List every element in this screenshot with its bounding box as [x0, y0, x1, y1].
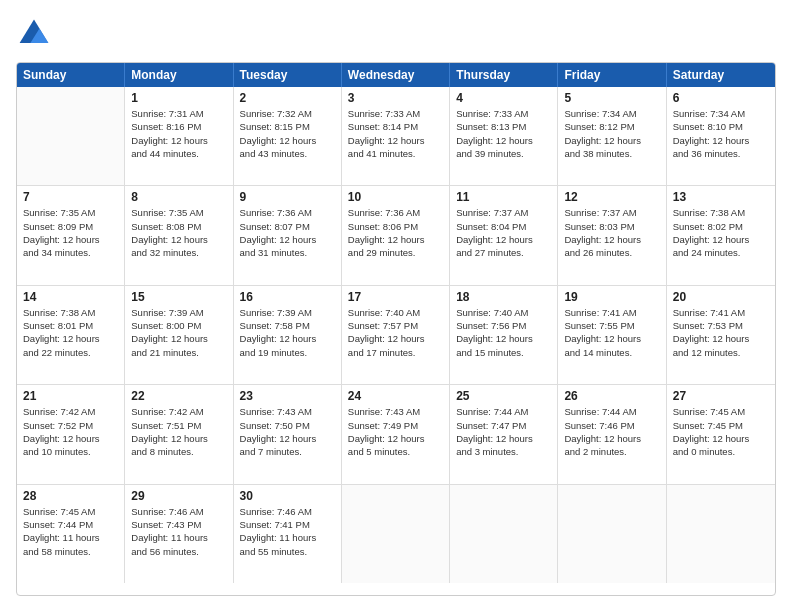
- day-info: Sunrise: 7:46 AM Sunset: 7:41 PM Dayligh…: [240, 505, 335, 558]
- day-info: Sunrise: 7:43 AM Sunset: 7:50 PM Dayligh…: [240, 405, 335, 458]
- day-info: Sunrise: 7:35 AM Sunset: 8:08 PM Dayligh…: [131, 206, 226, 259]
- day-info: Sunrise: 7:45 AM Sunset: 7:45 PM Dayligh…: [673, 405, 769, 458]
- day-info: Sunrise: 7:46 AM Sunset: 7:43 PM Dayligh…: [131, 505, 226, 558]
- calendar-row: 21Sunrise: 7:42 AM Sunset: 7:52 PM Dayli…: [17, 385, 775, 484]
- day-number: 6: [673, 91, 769, 105]
- day-number: 17: [348, 290, 443, 304]
- day-number: 4: [456, 91, 551, 105]
- day-info: Sunrise: 7:33 AM Sunset: 8:13 PM Dayligh…: [456, 107, 551, 160]
- calendar-cell: 23Sunrise: 7:43 AM Sunset: 7:50 PM Dayli…: [234, 385, 342, 483]
- calendar-cell: 19Sunrise: 7:41 AM Sunset: 7:55 PM Dayli…: [558, 286, 666, 384]
- day-info: Sunrise: 7:42 AM Sunset: 7:51 PM Dayligh…: [131, 405, 226, 458]
- day-number: 28: [23, 489, 118, 503]
- calendar-cell: 28Sunrise: 7:45 AM Sunset: 7:44 PM Dayli…: [17, 485, 125, 583]
- calendar: SundayMondayTuesdayWednesdayThursdayFrid…: [16, 62, 776, 596]
- calendar-cell: 17Sunrise: 7:40 AM Sunset: 7:57 PM Dayli…: [342, 286, 450, 384]
- day-number: 23: [240, 389, 335, 403]
- calendar-cell: 3Sunrise: 7:33 AM Sunset: 8:14 PM Daylig…: [342, 87, 450, 185]
- header: [16, 16, 776, 52]
- calendar-cell: 21Sunrise: 7:42 AM Sunset: 7:52 PM Dayli…: [17, 385, 125, 483]
- calendar-cell: [558, 485, 666, 583]
- calendar-cell: 8Sunrise: 7:35 AM Sunset: 8:08 PM Daylig…: [125, 186, 233, 284]
- day-number: 11: [456, 190, 551, 204]
- day-info: Sunrise: 7:38 AM Sunset: 8:02 PM Dayligh…: [673, 206, 769, 259]
- day-number: 24: [348, 389, 443, 403]
- day-of-week-header: Friday: [558, 63, 666, 87]
- day-number: 21: [23, 389, 118, 403]
- day-info: Sunrise: 7:38 AM Sunset: 8:01 PM Dayligh…: [23, 306, 118, 359]
- day-number: 13: [673, 190, 769, 204]
- calendar-cell: [667, 485, 775, 583]
- calendar-cell: 7Sunrise: 7:35 AM Sunset: 8:09 PM Daylig…: [17, 186, 125, 284]
- day-info: Sunrise: 7:39 AM Sunset: 7:58 PM Dayligh…: [240, 306, 335, 359]
- day-info: Sunrise: 7:35 AM Sunset: 8:09 PM Dayligh…: [23, 206, 118, 259]
- calendar-header: SundayMondayTuesdayWednesdayThursdayFrid…: [17, 63, 775, 87]
- calendar-cell: 2Sunrise: 7:32 AM Sunset: 8:15 PM Daylig…: [234, 87, 342, 185]
- day-number: 1: [131, 91, 226, 105]
- calendar-cell: 29Sunrise: 7:46 AM Sunset: 7:43 PM Dayli…: [125, 485, 233, 583]
- calendar-row: 1Sunrise: 7:31 AM Sunset: 8:16 PM Daylig…: [17, 87, 775, 186]
- calendar-cell: 11Sunrise: 7:37 AM Sunset: 8:04 PM Dayli…: [450, 186, 558, 284]
- calendar-cell: [450, 485, 558, 583]
- day-info: Sunrise: 7:43 AM Sunset: 7:49 PM Dayligh…: [348, 405, 443, 458]
- day-number: 16: [240, 290, 335, 304]
- calendar-cell: 26Sunrise: 7:44 AM Sunset: 7:46 PM Dayli…: [558, 385, 666, 483]
- calendar-cell: 22Sunrise: 7:42 AM Sunset: 7:51 PM Dayli…: [125, 385, 233, 483]
- day-of-week-header: Tuesday: [234, 63, 342, 87]
- day-info: Sunrise: 7:39 AM Sunset: 8:00 PM Dayligh…: [131, 306, 226, 359]
- day-number: 15: [131, 290, 226, 304]
- day-number: 30: [240, 489, 335, 503]
- day-of-week-header: Wednesday: [342, 63, 450, 87]
- calendar-cell: 18Sunrise: 7:40 AM Sunset: 7:56 PM Dayli…: [450, 286, 558, 384]
- calendar-cell: 27Sunrise: 7:45 AM Sunset: 7:45 PM Dayli…: [667, 385, 775, 483]
- day-info: Sunrise: 7:45 AM Sunset: 7:44 PM Dayligh…: [23, 505, 118, 558]
- calendar-cell: 20Sunrise: 7:41 AM Sunset: 7:53 PM Dayli…: [667, 286, 775, 384]
- day-number: 22: [131, 389, 226, 403]
- calendar-cell: 1Sunrise: 7:31 AM Sunset: 8:16 PM Daylig…: [125, 87, 233, 185]
- day-number: 18: [456, 290, 551, 304]
- day-info: Sunrise: 7:36 AM Sunset: 8:06 PM Dayligh…: [348, 206, 443, 259]
- day-number: 27: [673, 389, 769, 403]
- calendar-cell: 15Sunrise: 7:39 AM Sunset: 8:00 PM Dayli…: [125, 286, 233, 384]
- day-info: Sunrise: 7:37 AM Sunset: 8:03 PM Dayligh…: [564, 206, 659, 259]
- day-info: Sunrise: 7:36 AM Sunset: 8:07 PM Dayligh…: [240, 206, 335, 259]
- day-number: 12: [564, 190, 659, 204]
- calendar-cell: 13Sunrise: 7:38 AM Sunset: 8:02 PM Dayli…: [667, 186, 775, 284]
- calendar-row: 7Sunrise: 7:35 AM Sunset: 8:09 PM Daylig…: [17, 186, 775, 285]
- day-number: 2: [240, 91, 335, 105]
- calendar-cell: 25Sunrise: 7:44 AM Sunset: 7:47 PM Dayli…: [450, 385, 558, 483]
- calendar-cell: 12Sunrise: 7:37 AM Sunset: 8:03 PM Dayli…: [558, 186, 666, 284]
- day-info: Sunrise: 7:37 AM Sunset: 8:04 PM Dayligh…: [456, 206, 551, 259]
- day-info: Sunrise: 7:40 AM Sunset: 7:56 PM Dayligh…: [456, 306, 551, 359]
- day-of-week-header: Monday: [125, 63, 233, 87]
- day-info: Sunrise: 7:41 AM Sunset: 7:55 PM Dayligh…: [564, 306, 659, 359]
- calendar-cell: 6Sunrise: 7:34 AM Sunset: 8:10 PM Daylig…: [667, 87, 775, 185]
- day-info: Sunrise: 7:42 AM Sunset: 7:52 PM Dayligh…: [23, 405, 118, 458]
- day-of-week-header: Thursday: [450, 63, 558, 87]
- day-number: 9: [240, 190, 335, 204]
- day-number: 25: [456, 389, 551, 403]
- day-of-week-header: Sunday: [17, 63, 125, 87]
- calendar-cell: [342, 485, 450, 583]
- day-of-week-header: Saturday: [667, 63, 775, 87]
- day-number: 19: [564, 290, 659, 304]
- day-info: Sunrise: 7:40 AM Sunset: 7:57 PM Dayligh…: [348, 306, 443, 359]
- day-info: Sunrise: 7:41 AM Sunset: 7:53 PM Dayligh…: [673, 306, 769, 359]
- calendar-cell: 10Sunrise: 7:36 AM Sunset: 8:06 PM Dayli…: [342, 186, 450, 284]
- calendar-cell: 30Sunrise: 7:46 AM Sunset: 7:41 PM Dayli…: [234, 485, 342, 583]
- calendar-cell: 24Sunrise: 7:43 AM Sunset: 7:49 PM Dayli…: [342, 385, 450, 483]
- day-info: Sunrise: 7:44 AM Sunset: 7:47 PM Dayligh…: [456, 405, 551, 458]
- calendar-row: 28Sunrise: 7:45 AM Sunset: 7:44 PM Dayli…: [17, 485, 775, 583]
- day-number: 14: [23, 290, 118, 304]
- day-info: Sunrise: 7:32 AM Sunset: 8:15 PM Dayligh…: [240, 107, 335, 160]
- calendar-cell: 9Sunrise: 7:36 AM Sunset: 8:07 PM Daylig…: [234, 186, 342, 284]
- calendar-body: 1Sunrise: 7:31 AM Sunset: 8:16 PM Daylig…: [17, 87, 775, 583]
- calendar-cell: 14Sunrise: 7:38 AM Sunset: 8:01 PM Dayli…: [17, 286, 125, 384]
- day-number: 5: [564, 91, 659, 105]
- day-number: 20: [673, 290, 769, 304]
- day-info: Sunrise: 7:34 AM Sunset: 8:12 PM Dayligh…: [564, 107, 659, 160]
- day-number: 29: [131, 489, 226, 503]
- calendar-cell: 5Sunrise: 7:34 AM Sunset: 8:12 PM Daylig…: [558, 87, 666, 185]
- logo-icon: [16, 16, 52, 52]
- calendar-cell: [17, 87, 125, 185]
